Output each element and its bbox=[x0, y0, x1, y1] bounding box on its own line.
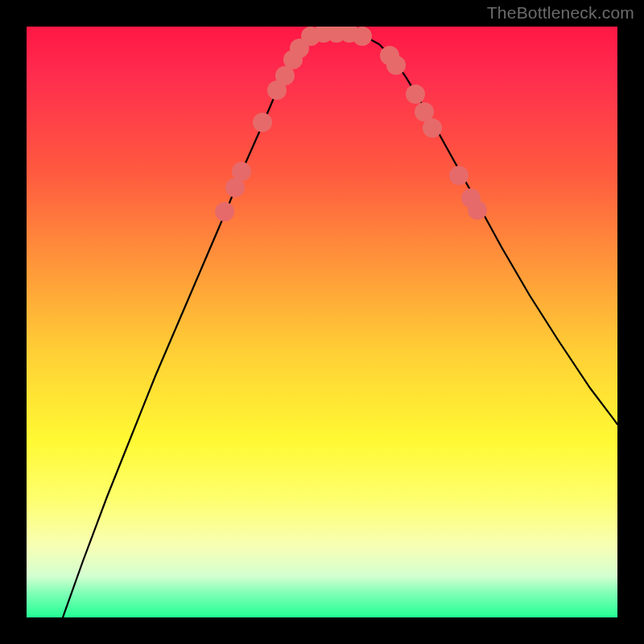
highlight-point bbox=[353, 27, 372, 46]
chart-frame: TheBottleneck.com bbox=[0, 0, 644, 644]
highlight-point bbox=[232, 162, 251, 181]
chart-svg bbox=[27, 27, 617, 617]
highlight-point bbox=[253, 113, 272, 132]
highlight-point bbox=[423, 118, 442, 138]
highlight-point bbox=[449, 166, 469, 185]
watermark-text: TheBottleneck.com bbox=[487, 3, 634, 23]
highlight-point bbox=[468, 200, 487, 220]
highlight-point bbox=[386, 56, 406, 75]
bottleneck-curve bbox=[63, 34, 617, 617]
highlight-point bbox=[406, 85, 425, 104]
highlight-markers bbox=[215, 27, 487, 221]
plot-area bbox=[27, 27, 617, 617]
highlight-point bbox=[215, 202, 234, 221]
